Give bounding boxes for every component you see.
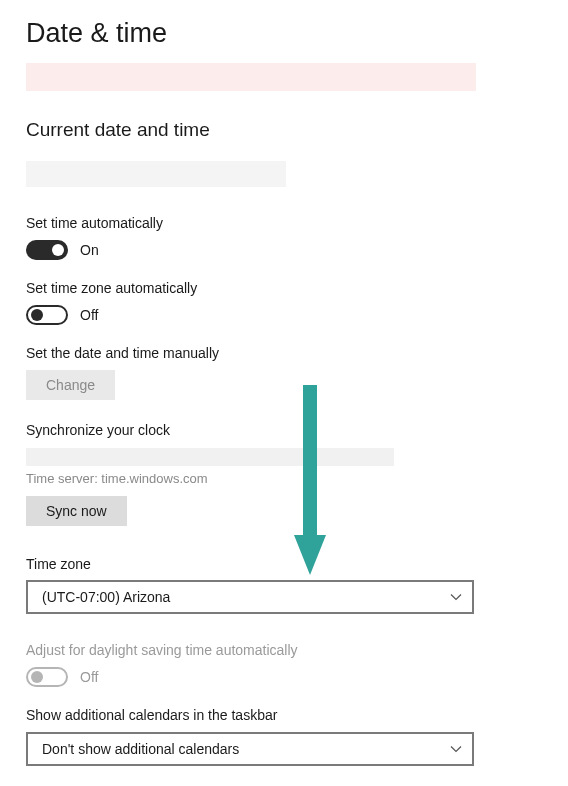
calendars-dropdown[interactable]: Don't show additional calendars (26, 732, 474, 766)
chevron-down-icon (450, 743, 462, 755)
set-manual-label: Set the date and time manually (26, 345, 542, 361)
calendars-selected: Don't show additional calendars (42, 741, 239, 757)
dst-state: Off (80, 669, 98, 685)
redacted-current-time (26, 161, 286, 187)
time-server-label: Time server: time.windows.com (26, 471, 542, 486)
set-tz-auto-toggle[interactable] (26, 305, 68, 325)
dst-toggle (26, 667, 68, 687)
chevron-down-icon (450, 591, 462, 603)
calendars-label: Show additional calendars in the taskbar (26, 707, 542, 723)
redacted-banner (26, 63, 476, 91)
set-tz-auto-state: Off (80, 307, 98, 323)
sync-heading: Synchronize your clock (26, 422, 542, 438)
set-time-auto-label: Set time automatically (26, 215, 542, 231)
change-button[interactable]: Change (26, 370, 115, 400)
page-title: Date & time (26, 18, 542, 49)
set-tz-auto-label: Set time zone automatically (26, 280, 542, 296)
dst-label: Adjust for daylight saving time automati… (26, 642, 542, 658)
timezone-selected: (UTC-07:00) Arizona (42, 589, 170, 605)
redacted-sync-info (26, 448, 394, 466)
timezone-dropdown[interactable]: (UTC-07:00) Arizona (26, 580, 474, 614)
current-date-time-heading: Current date and time (26, 119, 542, 141)
timezone-label: Time zone (26, 556, 542, 572)
set-time-auto-toggle[interactable] (26, 240, 68, 260)
sync-now-button[interactable]: Sync now (26, 496, 127, 526)
set-time-auto-state: On (80, 242, 99, 258)
